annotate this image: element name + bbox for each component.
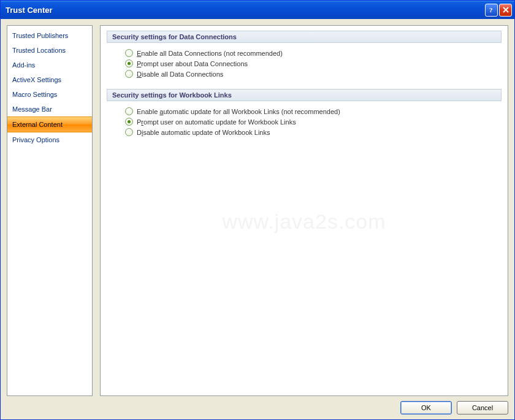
dialog-buttons: OK Cancel <box>7 396 508 414</box>
radio-option[interactable]: Enable all Data Connections (not recomme… <box>125 49 502 57</box>
radio-option[interactable]: Enable automatic update for all Workbook… <box>125 107 502 115</box>
radio-label: Disable automatic update of Workbook Lin… <box>137 129 270 136</box>
trust-center-window: Trust Center ? Trusted PublishersTrusted… <box>0 0 515 420</box>
radio-label: Enable all Data Connections (not recomme… <box>137 50 283 57</box>
radio-icon <box>125 118 133 126</box>
titlebar[interactable]: Trust Center ? <box>1 1 514 19</box>
watermark-text: www.java2s.com <box>222 210 386 234</box>
sidebar-item-trusted-publishers[interactable]: Trusted Publishers <box>7 28 92 43</box>
sidebar-item-label: Add-ins <box>12 61 35 69</box>
content-panel: Security settings for Data Connections E… <box>100 25 508 396</box>
sidebar-item-label: External Content <box>12 121 63 128</box>
radio-option[interactable]: Disable all Data Connections <box>125 70 502 78</box>
radio-label: Disable all Data Connections <box>137 71 223 78</box>
sidebar-item-external-content[interactable]: External Content <box>7 116 92 132</box>
section-header-data-connections: Security settings for Data Connections <box>107 31 502 43</box>
help-icon: ? <box>489 6 495 13</box>
sidebar-item-message-bar[interactable]: Message Bar <box>7 102 92 116</box>
category-sidebar: Trusted PublishersTrusted LocationsAdd-i… <box>7 25 93 396</box>
sidebar-item-add-ins[interactable]: Add-ins <box>7 58 92 72</box>
radio-option[interactable]: Prompt user about Data Connections <box>125 59 502 67</box>
help-button[interactable]: ? <box>485 4 498 17</box>
sidebar-item-privacy-options[interactable]: Privacy Options <box>7 132 92 147</box>
cancel-button[interactable]: Cancel <box>457 401 508 414</box>
radio-icon <box>125 49 133 57</box>
radio-label: Prompt user on automatic update for Work… <box>137 118 296 126</box>
radio-icon <box>125 70 133 78</box>
sidebar-item-label: ActiveX Settings <box>12 76 61 83</box>
radio-icon <box>125 128 133 136</box>
main-area: Trusted PublishersTrusted LocationsAdd-i… <box>7 25 508 396</box>
sidebar-item-activex-settings[interactable]: ActiveX Settings <box>7 72 92 87</box>
svg-text:?: ? <box>489 6 493 13</box>
sidebar-item-macro-settings[interactable]: Macro Settings <box>7 87 92 102</box>
radio-label: Enable automatic update for all Workbook… <box>137 108 340 115</box>
section-header-workbook-links: Security settings for Workbook Links <box>107 89 502 101</box>
sidebar-item-label: Privacy Options <box>12 136 59 143</box>
radio-label: Prompt user about Data Connections <box>137 60 248 67</box>
sidebar-item-label: Message Bar <box>12 105 52 113</box>
window-title: Trust Center <box>6 6 484 15</box>
radio-option[interactable]: Disable automatic update of Workbook Lin… <box>125 128 502 136</box>
radio-group-data-connections: Enable all Data Connections (not recomme… <box>125 49 502 78</box>
radio-group-workbook-links: Enable automatic update for all Workbook… <box>125 107 502 136</box>
sidebar-item-label: Trusted Locations <box>12 47 66 54</box>
sidebar-item-trusted-locations[interactable]: Trusted Locations <box>7 43 92 58</box>
radio-icon <box>125 59 133 67</box>
client-area: Trusted PublishersTrusted LocationsAdd-i… <box>1 19 514 419</box>
sidebar-item-label: Macro Settings <box>12 91 57 98</box>
radio-option[interactable]: Prompt user on automatic update for Work… <box>125 118 502 126</box>
radio-icon <box>125 107 133 115</box>
close-icon <box>502 6 509 13</box>
close-button[interactable] <box>499 4 512 17</box>
ok-button[interactable]: OK <box>400 401 452 414</box>
sidebar-item-label: Trusted Publishers <box>12 32 68 39</box>
